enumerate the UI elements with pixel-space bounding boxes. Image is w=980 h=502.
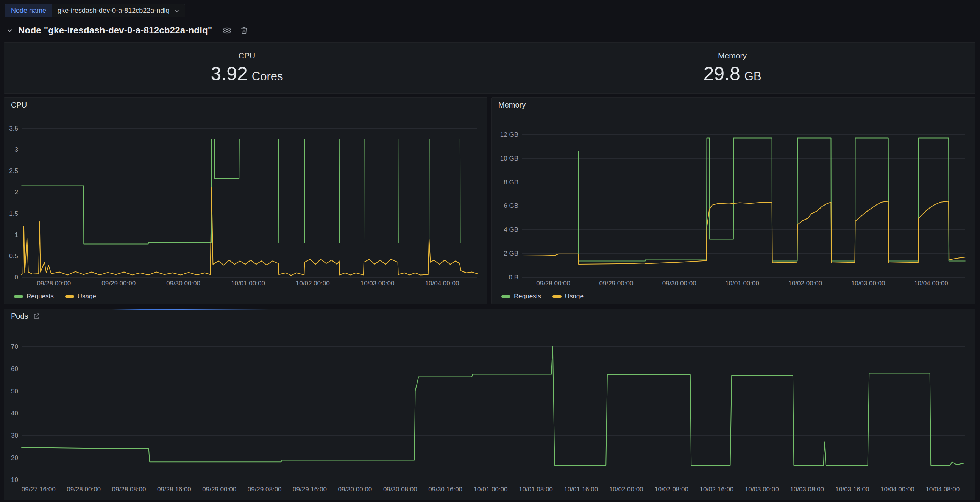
x-tick-label: 10/02 00:00 <box>788 280 822 287</box>
stat-cpu-value: 3.92 <box>210 63 247 85</box>
cpu-plot[interactable]: 00.511.522.533.509/28 00:0009/29 00:0009… <box>7 112 484 288</box>
cpu-chart[interactable]: 00.511.522.533.509/28 00:0009/29 00:0009… <box>7 112 484 288</box>
x-tick-label: 10/01 00:00 <box>231 280 265 287</box>
pods-panel: Pods 1020304050607009/27 16:0009/28 00:0… <box>4 308 975 500</box>
y-tick-label: 0 B <box>509 274 519 281</box>
x-tick-label: 09/30 00:00 <box>166 280 200 287</box>
x-tick-label: 10/01 00:00 <box>725 280 759 287</box>
x-tick-label: 09/29 16:00 <box>293 486 327 493</box>
x-tick-label: 09/28 16:00 <box>157 486 191 493</box>
memory-plot[interactable]: 0 B2 GB4 GB6 GB8 GB10 GB12 GB09/28 00:00… <box>495 112 972 288</box>
legend-item-usage[interactable]: Usage <box>65 293 96 300</box>
x-tick-label: 09/28 08:00 <box>112 486 146 493</box>
x-tick-label: 09/28 00:00 <box>536 280 570 287</box>
x-tick-label: 10/03 00:00 <box>361 280 395 287</box>
x-tick-label: 09/30 00:00 <box>338 486 372 493</box>
x-tick-label: 09/30 08:00 <box>383 486 417 493</box>
dashboard-variables: Node name gke-iresdash-dev-0-a-812cb22a-… <box>5 4 185 17</box>
stat-memory: Memory 29.8 GB <box>490 43 975 93</box>
variable-value-dropdown[interactable]: gke-iresdash-dev-0-a-812cb22a-ndlq <box>52 4 185 17</box>
variable-node-name[interactable]: Node name gke-iresdash-dev-0-a-812cb22a-… <box>5 4 185 17</box>
legend-item-usage[interactable]: Usage <box>552 293 584 300</box>
requests-line <box>22 139 477 244</box>
y-tick-label: 3 <box>15 146 18 153</box>
y-tick-label: 60 <box>11 365 18 373</box>
row-header[interactable]: Node "gke-iresdash-dev-0-a-812cb22a-ndlq… <box>7 24 250 37</box>
legend-swatch <box>65 295 74 297</box>
y-tick-label: 20 <box>11 454 18 461</box>
x-tick-label: 09/29 00:00 <box>202 486 236 493</box>
x-tick-label: 10/04 00:00 <box>914 280 948 287</box>
x-tick-label: 09/28 00:00 <box>37 280 71 287</box>
pods-line <box>22 346 964 465</box>
legend-swatch <box>14 295 23 297</box>
cpu-panel-title[interactable]: CPU <box>4 98 487 112</box>
y-tick-label: 0 <box>15 274 18 281</box>
chevron-down-icon <box>174 8 180 14</box>
x-tick-label: 10/02 00:00 <box>609 486 643 493</box>
stat-cpu-label: CPU <box>239 51 255 60</box>
legend-label: Requests <box>514 293 541 300</box>
x-tick-label: 09/29 08:00 <box>248 486 282 493</box>
legend-label: Usage <box>78 293 96 300</box>
y-tick-label: 1 <box>15 231 18 238</box>
y-tick-label: 30 <box>11 432 18 439</box>
stat-memory-unit: GB <box>745 70 762 83</box>
y-tick-label: 70 <box>11 343 18 350</box>
memory-legend: RequestsUsage <box>501 293 584 300</box>
legend-item-requests[interactable]: Requests <box>501 293 541 300</box>
x-tick-label: 09/29 00:00 <box>600 280 633 287</box>
usage-line <box>522 202 965 265</box>
y-tick-label: 4 GB <box>504 226 519 233</box>
stat-panel: CPU 3.92 Cores Memory 29.8 GB <box>4 42 975 94</box>
x-tick-label: 10/03 16:00 <box>835 486 869 493</box>
x-tick-label: 10/04 08:00 <box>926 486 959 493</box>
x-tick-label: 09/29 00:00 <box>102 280 135 287</box>
stat-cpu-unit: Cores <box>252 70 283 83</box>
legend-label: Usage <box>565 293 584 300</box>
x-tick-label: 10/01 16:00 <box>564 486 598 493</box>
y-tick-label: 1.5 <box>9 210 18 217</box>
panel-title-text: Memory <box>498 101 526 110</box>
usage-line <box>22 188 477 275</box>
legend-item-requests[interactable]: Requests <box>14 293 54 300</box>
x-tick-label: 09/28 00:00 <box>67 486 101 493</box>
variable-value: gke-iresdash-dev-0-a-812cb22a-ndlq <box>57 7 169 15</box>
x-tick-label: 10/03 08:00 <box>790 486 824 493</box>
y-tick-label: 2 <box>15 189 18 196</box>
legend-label: Requests <box>27 293 54 300</box>
pods-plot[interactable]: 1020304050607009/27 16:0009/28 00:0009/2… <box>7 323 972 496</box>
loading-indicator <box>112 309 269 310</box>
y-tick-label: 40 <box>11 410 18 417</box>
panel-title-text: Pods <box>11 312 29 321</box>
panel-title-text: CPU <box>11 101 27 110</box>
stat-cpu-value-row: 3.92 Cores <box>210 63 283 85</box>
row-delete-button[interactable] <box>238 25 250 37</box>
y-tick-label: 12 GB <box>500 131 519 138</box>
row-settings-button[interactable] <box>221 25 233 37</box>
y-tick-label: 6 GB <box>504 202 519 209</box>
x-tick-label: 10/01 08:00 <box>519 486 553 493</box>
pods-chart[interactable]: 1020304050607009/27 16:0009/28 00:0009/2… <box>7 323 972 496</box>
gear-icon <box>223 26 231 35</box>
memory-chart[interactable]: 0 B2 GB4 GB6 GB8 GB10 GB12 GB09/28 00:00… <box>495 112 972 288</box>
pods-panel-title[interactable]: Pods <box>4 309 975 323</box>
x-tick-label: 09/30 16:00 <box>428 486 462 493</box>
y-tick-label: 10 <box>11 476 18 483</box>
stat-memory-value-row: 29.8 GB <box>703 63 761 85</box>
x-tick-label: 09/27 16:00 <box>22 486 56 493</box>
panel-links-icon[interactable] <box>33 313 40 320</box>
stat-memory-label: Memory <box>718 51 747 60</box>
y-tick-label: 50 <box>11 388 18 395</box>
memory-panel-title[interactable]: Memory <box>492 98 975 112</box>
x-tick-label: 10/04 00:00 <box>425 280 459 287</box>
row-title: Node "gke-iresdash-dev-0-a-812cb22a-ndlq… <box>18 25 212 36</box>
requests-line <box>522 138 965 261</box>
trash-icon <box>240 26 248 35</box>
x-tick-label: 10/02 16:00 <box>700 486 734 493</box>
y-tick-label: 0.5 <box>9 253 18 260</box>
y-tick-label: 8 GB <box>504 179 519 186</box>
x-tick-label: 09/30 00:00 <box>662 280 696 287</box>
cpu-panel: CPU 00.511.522.533.509/28 00:0009/29 00:… <box>4 97 487 304</box>
x-tick-label: 10/03 00:00 <box>851 280 885 287</box>
